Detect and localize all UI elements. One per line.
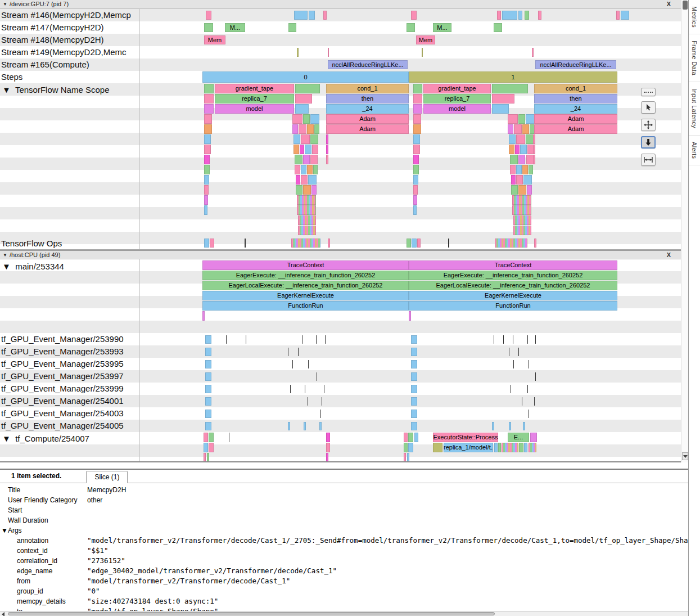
- trace-slice[interactable]: [204, 185, 209, 195]
- trace-slice[interactable]: FunctionRun: [409, 301, 617, 311]
- trace-slice[interactable]: [529, 443, 536, 452]
- trace-slice[interactable]: [515, 145, 520, 154]
- trace-slice[interactable]: [448, 239, 449, 248]
- trace-slice[interactable]: [324, 385, 324, 393]
- trace-slice[interactable]: [497, 11, 501, 20]
- trace-slice[interactable]: [413, 155, 419, 164]
- trace-slice[interactable]: [205, 360, 211, 368]
- trace-slice[interactable]: [210, 239, 214, 248]
- trace-slice[interactable]: [205, 372, 211, 381]
- trace-slice[interactable]: [417, 239, 421, 248]
- track-label[interactable]: Steps: [1, 72, 22, 82]
- track-label[interactable]: Stream #149(MemcpyD2D,Memc: [1, 47, 127, 57]
- trace-slice[interactable]: [533, 155, 535, 164]
- trace-slice[interactable]: cond_1: [326, 84, 409, 93]
- trace-slice[interactable]: [494, 23, 502, 32]
- trace-slice[interactable]: [297, 205, 316, 215]
- trace-slice[interactable]: [293, 134, 300, 144]
- trace-slice[interactable]: [522, 165, 528, 174]
- trace-slice[interactable]: [295, 165, 300, 174]
- trace-slice[interactable]: [413, 94, 422, 104]
- trace-slice[interactable]: [302, 335, 302, 344]
- trace-slice[interactable]: [204, 433, 208, 442]
- tab-frame-data[interactable]: Frame Data: [689, 34, 700, 82]
- trace-slice[interactable]: TraceContext: [202, 260, 409, 270]
- trace-slice[interactable]: [411, 348, 417, 356]
- trace-slice[interactable]: [296, 185, 302, 195]
- trace-slice[interactable]: cond_1: [534, 84, 617, 93]
- horizontal-scrollbar[interactable]: [0, 611, 688, 616]
- trace-slice[interactable]: [204, 124, 212, 134]
- trace-slice[interactable]: [305, 145, 311, 154]
- trace-slice[interactable]: [409, 311, 411, 321]
- trace-slice[interactable]: [290, 385, 291, 393]
- trace-slice[interactable]: FunctionRun: [202, 301, 409, 311]
- trace-slice[interactable]: [509, 348, 509, 356]
- trace-slice[interactable]: [516, 175, 523, 185]
- trace-slice[interactable]: [535, 372, 536, 381]
- trace-slice[interactable]: [526, 134, 534, 144]
- tab-slice[interactable]: Slice (1): [86, 471, 128, 483]
- trace-slice[interactable]: [534, 397, 535, 406]
- trace-slice[interactable]: [514, 124, 522, 134]
- track-label[interactable]: ▼ TensorFlow Name Scope: [2, 85, 109, 95]
- trace-slice[interactable]: [303, 185, 311, 195]
- trace-slice[interactable]: model: [423, 104, 491, 114]
- trace-slice[interactable]: [411, 372, 417, 381]
- track-label[interactable]: tf_GPU_Event_Manager/253999: [1, 384, 124, 394]
- args-section-toggle[interactable]: ▼Args: [0, 525, 87, 536]
- trace-slice[interactable]: [204, 84, 214, 93]
- trace-slice[interactable]: [204, 104, 214, 114]
- trace-slice[interactable]: [205, 410, 211, 418]
- trace-slice[interactable]: Mem: [416, 35, 435, 44]
- trace-slice[interactable]: M...: [433, 23, 451, 32]
- trace-slice[interactable]: [511, 175, 516, 185]
- trace-slice[interactable]: [304, 422, 306, 430]
- trace-slice[interactable]: [328, 48, 329, 57]
- trace-slice[interactable]: [207, 453, 209, 462]
- trace-slice[interactable]: [519, 443, 523, 452]
- trace-slice[interactable]: [523, 175, 532, 185]
- trace-slice[interactable]: [411, 422, 417, 430]
- trace-slice[interactable]: [204, 94, 214, 104]
- trace-slice[interactable]: [303, 155, 310, 164]
- track-label[interactable]: Stream #148(MemcpyD2H): [1, 35, 104, 45]
- trace-slice[interactable]: [404, 433, 408, 442]
- trace-slice[interactable]: [530, 433, 537, 442]
- trace-slice[interactable]: [204, 155, 210, 164]
- trace-slice[interactable]: [209, 443, 214, 452]
- trace-slice[interactable]: [292, 124, 298, 134]
- trace-slice[interactable]: [411, 410, 417, 418]
- trace-slice[interactable]: [413, 165, 419, 174]
- trace-slice[interactable]: [205, 385, 211, 393]
- gpu-close-button[interactable]: X: [667, 0, 671, 8]
- trace-slice[interactable]: [513, 226, 531, 235]
- trace-slice[interactable]: [310, 134, 318, 144]
- trace-slice[interactable]: [204, 443, 208, 452]
- trace-slice[interactable]: [326, 443, 330, 452]
- track-label[interactable]: tf_GPU_Event_Manager/254005: [1, 421, 124, 431]
- trace-slice[interactable]: [414, 433, 418, 442]
- trace-slice[interactable]: replica_1/model/t...: [444, 443, 493, 452]
- trace-slice[interactable]: [413, 104, 422, 114]
- trace-slice[interactable]: [246, 335, 246, 344]
- trace-slice[interactable]: [308, 175, 317, 185]
- trace-slice[interactable]: [295, 94, 312, 104]
- trace-slice[interactable]: Mem: [204, 35, 225, 44]
- trace-slice[interactable]: replica_7: [423, 94, 491, 104]
- tool-timing-button[interactable]: [641, 154, 656, 166]
- track-label[interactable]: ▼ main/253344: [2, 262, 64, 272]
- trace-slice[interactable]: [319, 422, 322, 430]
- trace-slice[interactable]: [308, 360, 309, 368]
- trace-slice[interactable]: [204, 205, 207, 215]
- trace-slice[interactable]: [621, 11, 629, 20]
- trace-slice[interactable]: [495, 239, 527, 248]
- trace-slice[interactable]: [526, 114, 535, 124]
- trace-slice[interactable]: [529, 360, 529, 368]
- trace-slice[interactable]: [510, 155, 518, 164]
- horizontal-scrollbar-thumb[interactable]: [8, 612, 495, 615]
- trace-slice[interactable]: [498, 443, 501, 452]
- trace-slice[interactable]: [407, 23, 415, 32]
- trace-slice[interactable]: [314, 124, 319, 134]
- trace-slice[interactable]: [305, 385, 305, 393]
